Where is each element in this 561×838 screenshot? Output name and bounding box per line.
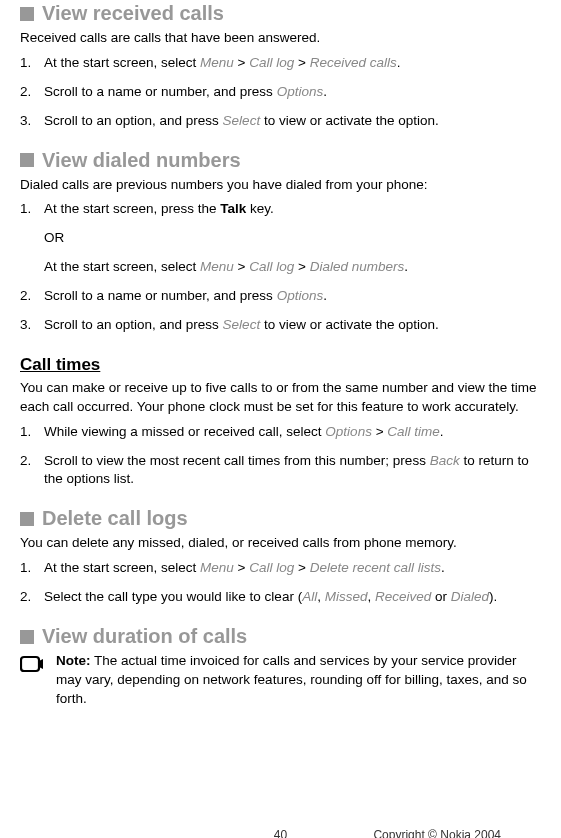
heading-received: View received calls [42,2,224,25]
square-bullet-icon [20,153,34,167]
note-text: Note: The actual time invoiced for calls… [56,652,541,709]
step-received-2: 2. Scroll to a name or number, and press… [20,83,541,102]
heading-dialed: View dialed numbers [42,149,241,172]
step-number: 1. [20,54,44,73]
section-heading-duration: View duration of calls [20,625,541,648]
step-text: Scroll to view the most recent call time… [44,452,541,490]
step-delete-2: 2. Select the call type you would like t… [20,588,541,607]
step-text: Scroll to an option, and press Select to… [44,112,541,131]
step-text: Scroll to a name or number, and press Op… [44,287,541,306]
intro-calltimes: You can make or receive up to five calls… [20,379,541,417]
step-received-3: 3. Scroll to an option, and press Select… [20,112,541,131]
step-number: 1. [20,200,44,219]
page-number: 40 [274,828,287,838]
heading-duration: View duration of calls [42,625,247,648]
step-delete-1: 1. At the start screen, select Menu > Ca… [20,559,541,578]
heading-delete: Delete call logs [42,507,188,530]
step-calltimes-1: 1. While viewing a missed or received ca… [20,423,541,442]
or-text: OR [44,229,541,248]
square-bullet-icon [20,512,34,526]
step-dialed-1b: At the start screen, select Menu > Call … [44,258,541,277]
step-number: 1. [20,423,44,442]
note-icon [20,652,56,709]
step-dialed-3: 3. Scroll to an option, and press Select… [20,316,541,335]
step-number: 1. [20,559,44,578]
intro-dialed: Dialed calls are previous numbers you ha… [20,176,541,195]
section-heading-delete: Delete call logs [20,507,541,530]
step-number: 3. [20,112,44,131]
svg-rect-0 [21,657,39,671]
subheading-call-times: Call times [20,355,541,375]
step-received-1: 1. At the start screen, select Menu > Ca… [20,54,541,73]
section-heading-received: View received calls [20,0,541,25]
step-text: Select the call type you would like to c… [44,588,541,607]
step-number: 2. [20,452,44,490]
step-number: 2. [20,588,44,607]
square-bullet-icon [20,7,34,21]
step-text: Scroll to a name or number, and press Op… [44,83,541,102]
step-dialed-2: 2. Scroll to a name or number, and press… [20,287,541,306]
square-bullet-icon [20,630,34,644]
step-text: Scroll to an option, and press Select to… [44,316,541,335]
intro-delete: You can delete any missed, dialed, or re… [20,534,541,553]
step-text: At the start screen, press the Talk key. [44,200,541,219]
step-dialed-1: 1. At the start screen, press the Talk k… [20,200,541,219]
section-heading-dialed: View dialed numbers [20,149,541,172]
step-number: 2. [20,83,44,102]
intro-received: Received calls are calls that have been … [20,29,541,48]
step-number: 2. [20,287,44,306]
step-text: At the start screen, select Menu > Call … [44,559,541,578]
step-calltimes-2: 2. Scroll to view the most recent call t… [20,452,541,490]
step-text: At the start screen, select Menu > Call … [44,54,541,73]
step-text: While viewing a missed or received call,… [44,423,541,442]
step-number: 3. [20,316,44,335]
copyright-text: Copyright © Nokia 2004 [373,828,501,838]
note-block: Note: The actual time invoiced for calls… [20,652,541,709]
